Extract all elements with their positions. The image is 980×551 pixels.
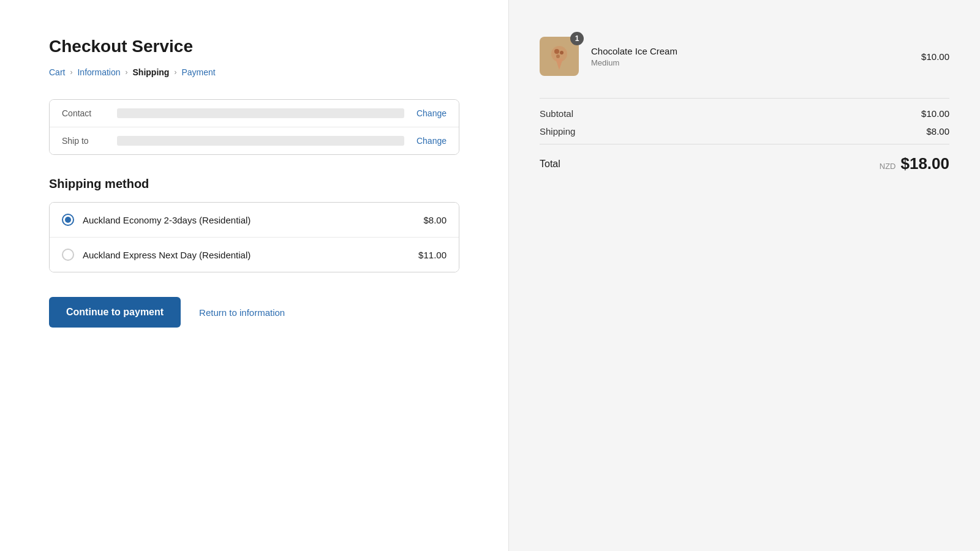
subtotal-value: $10.00 (921, 108, 949, 119)
product-price: $10.00 (921, 51, 949, 62)
option-economy-price: $8.00 (423, 215, 447, 225)
shipping-option-express[interactable]: Auckland Express Next Day (Residential) … (50, 238, 459, 272)
product-row: 1 Chocolate Ice Cream Medium $10.00 (540, 37, 949, 76)
subtotal-row: Subtotal $10.00 (540, 108, 949, 119)
contact-row: Contact Change (50, 100, 459, 127)
total-row: Total NZD $18.00 (540, 144, 949, 173)
divider-1 (540, 98, 949, 99)
total-amount: $18.00 (900, 154, 949, 173)
product-quantity-badge: 1 (570, 32, 584, 45)
breadcrumb-shipping: Shipping (133, 67, 170, 77)
product-name: Chocolate Ice Cream (591, 46, 909, 56)
breadcrumb-cart[interactable]: Cart (49, 67, 65, 77)
product-variant: Medium (591, 58, 909, 67)
contact-value-bar (117, 108, 404, 118)
breadcrumb-sep-2: › (126, 68, 128, 77)
breadcrumb-information[interactable]: Information (77, 67, 120, 77)
svg-point-3 (560, 51, 564, 54)
total-right: NZD $18.00 (880, 154, 949, 173)
radio-express[interactable] (62, 249, 74, 261)
shipping-option-economy[interactable]: Auckland Economy 2-3days (Residential) $… (50, 203, 459, 238)
shipping-method-title: Shipping method (49, 177, 459, 191)
option-express-label: Auckland Express Next Day (Residential) (83, 250, 418, 260)
product-thumbnail-svg (545, 42, 574, 71)
page-title: Checkout Service (49, 37, 459, 56)
ship-to-value-bar (117, 136, 404, 146)
total-label: Total (540, 159, 560, 170)
option-express-price: $11.00 (418, 250, 447, 260)
ship-to-change-button[interactable]: Change (417, 136, 447, 146)
ship-to-label: Ship to (62, 136, 117, 146)
contact-card: Contact Change Ship to Change (49, 99, 459, 155)
product-image-wrap: 1 (540, 37, 579, 76)
svg-point-4 (556, 54, 560, 58)
breadcrumb-sep-1: › (70, 68, 72, 77)
left-panel: Checkout Service Cart › Information › Sh… (0, 0, 508, 551)
shipping-options-card: Auckland Economy 2-3days (Residential) $… (49, 202, 459, 272)
actions-row: Continue to payment Return to informatio… (49, 297, 459, 328)
radio-economy[interactable] (62, 214, 74, 226)
breadcrumb-payment[interactable]: Payment (181, 67, 215, 77)
breadcrumb: Cart › Information › Shipping › Payment (49, 67, 459, 77)
shipping-row: Shipping $8.00 (540, 126, 949, 137)
total-currency: NZD (880, 162, 896, 171)
radio-economy-inner (65, 217, 71, 223)
shipping-value: $8.00 (926, 126, 949, 137)
product-info: Chocolate Ice Cream Medium (591, 46, 909, 67)
breadcrumb-sep-3: › (174, 68, 176, 77)
subtotal-label: Subtotal (540, 108, 573, 119)
continue-to-payment-button[interactable]: Continue to payment (49, 297, 181, 328)
contact-change-button[interactable]: Change (417, 108, 447, 118)
contact-label: Contact (62, 108, 117, 118)
svg-point-2 (554, 49, 559, 54)
right-panel: 1 Chocolate Ice Cream Medium $10.00 Subt… (508, 0, 980, 551)
ship-to-row: Ship to Change (50, 127, 459, 154)
shipping-label: Shipping (540, 126, 575, 137)
return-to-information-button[interactable]: Return to information (199, 307, 285, 318)
option-economy-label: Auckland Economy 2-3days (Residential) (83, 215, 423, 225)
